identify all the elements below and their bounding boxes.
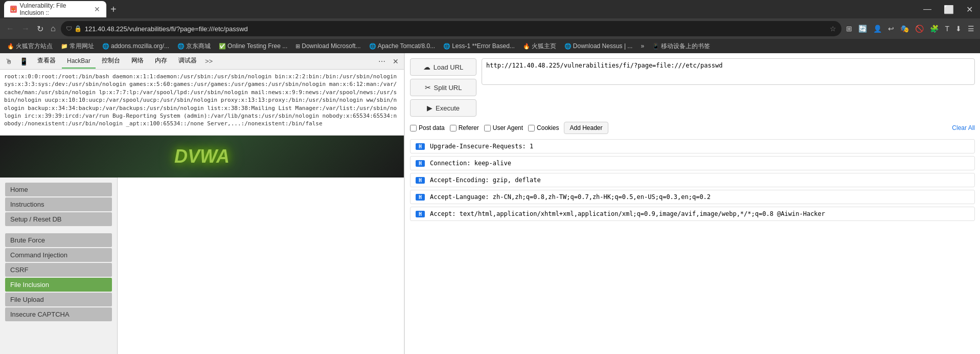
url-textarea[interactable]: http://121.40.48.225/vulnerabilities/fi/… [482, 58, 975, 85]
bookmark-label: 火狐主页 [532, 42, 556, 51]
tab-console[interactable]: 控制台 [97, 53, 125, 69]
sidebar-item-instructions[interactable]: Instructions [5, 197, 112, 211]
bookmark-label: addons.mozilla.org/... [111, 42, 169, 50]
maximize-btn[interactable]: ⬜ [941, 4, 957, 15]
container-icon[interactable]: 🎭 [899, 23, 910, 34]
referer-option[interactable]: Referer [450, 124, 479, 131]
sidebar-item-brute-force[interactable]: Brute Force [5, 233, 112, 247]
back-btn[interactable]: ← [4, 22, 16, 35]
devtools-close-btn[interactable]: ✕ [390, 55, 402, 68]
bookmark-nessus[interactable]: 🌐 Download Nessus | ... [561, 41, 636, 51]
post-data-checkbox[interactable] [410, 125, 417, 131]
execute-icon: ▶ [427, 104, 432, 112]
split-url-label: Split URL [434, 84, 462, 92]
file-content-display: root:x:0:0:root:/root:/bin/bash daemon:x… [0, 70, 404, 136]
hackbar-url-area: http://121.40.48.225/vulnerabilities/fi/… [482, 58, 975, 117]
history-icon[interactable]: ↩ [886, 23, 896, 34]
cookies-option[interactable]: Cookies [528, 124, 559, 131]
addon-icon[interactable]: 🧩 [928, 23, 940, 34]
address-right-icons: ☆ [830, 25, 836, 33]
browser-content: 🖱 📱 查看器 HackBar 控制台 网络 内存 调试器 >> ⋯ ✕ roo… [0, 53, 404, 354]
bookmark-label: 火狐官方站点 [16, 42, 53, 51]
dvwa-body: Home Instructions Setup / Reset DB Brute… [0, 178, 404, 354]
header-row-accept: H Accept: text/html,application/xhtml+xm… [410, 207, 975, 221]
more-tabs-btn[interactable]: >> [205, 57, 213, 65]
post-data-option[interactable]: Post data [410, 124, 445, 131]
title-bar: 🦊 Vulnerability: File Inclusion :: ✕ + —… [0, 0, 980, 18]
bookmark-icon: 🌐 [177, 43, 185, 50]
bookmark-mobile[interactable]: 📱 移动设备上的书签 [649, 41, 713, 52]
extensions-icon[interactable]: ⊞ [845, 23, 854, 34]
user-agent-option[interactable]: User Agent [484, 124, 523, 131]
execute-button[interactable]: ▶ Execute [410, 99, 476, 117]
mobile-icon: 📱 [652, 43, 659, 50]
tab-hackbar[interactable]: HackBar [62, 54, 96, 69]
bookmark-sqli[interactable]: 🌐 Less-1 **Error Based... [440, 41, 518, 51]
sidebar-item-insecure-captcha[interactable]: Insecure CAPTCHA [5, 307, 112, 321]
devtools-more-btn[interactable]: ⋯ [375, 55, 389, 68]
header-row-upgrade: H Upgrade-Insecure-Requests: 1 [410, 139, 975, 153]
header-accept-text: Accept: text/html,application/xhtml+xml,… [430, 210, 969, 217]
close-btn[interactable]: ✕ [963, 4, 976, 15]
download-icon[interactable]: ⬇ [954, 23, 963, 34]
bookmark-addons[interactable]: 🌐 addons.mozilla.org/... [99, 41, 172, 51]
header-upgrade-text: Upgrade-Insecure-Requests: 1 [430, 143, 969, 150]
new-tab-btn[interactable]: + [106, 4, 121, 15]
refresh-btn[interactable]: ↻ [35, 22, 45, 36]
devtools-inspect-btn[interactable]: 🖱 [2, 55, 15, 68]
bookmark-common[interactable]: 📁 常用网址 [58, 41, 97, 52]
sidebar-item-home[interactable]: Home [5, 183, 112, 196]
bookmark-icon: 🌐 [102, 43, 109, 50]
add-header-button[interactable]: Add Header [564, 122, 608, 134]
sync-icon[interactable]: 🔄 [857, 23, 869, 34]
hackbar-content: ☁ Load URL ✂ Split URL ▶ Execute http://… [405, 53, 980, 354]
bookmark-tomcat[interactable]: 🌐 Apache Tomcat/8.0... [366, 41, 439, 51]
bookmark-foxhome[interactable]: 🔥 火狐主页 [520, 41, 559, 52]
header-row-language: H Accept-Language: zh-CN,zh;q=0.8,zh-TW;… [410, 190, 975, 204]
bookmark-icon: 🔥 [523, 43, 530, 50]
profile-icon[interactable]: 👤 [872, 23, 883, 34]
sidebar-item-setup[interactable]: Setup / Reset DB [5, 212, 112, 226]
bookmark-more[interactable]: » [637, 41, 647, 51]
bookmark-foxofficial[interactable]: 🔥 火狐官方站点 [4, 41, 56, 52]
bookmark-testing[interactable]: ✅ Online Testing Free ... [216, 41, 290, 51]
bookmark-icon: 🌐 [564, 43, 572, 50]
forward-btn[interactable]: → [19, 22, 32, 35]
bookmark-label: 京东商城 [186, 42, 211, 51]
load-url-button[interactable]: ☁ Load URL [410, 58, 476, 76]
clear-all-button[interactable]: Clear All [952, 124, 975, 131]
block-icon[interactable]: 🚫 [914, 23, 925, 34]
bookmark-star-icon[interactable]: ☆ [830, 25, 836, 33]
address-bar-row: ← → ↻ ⌂ 🛡 🔒 ☆ ⊞ 🔄 👤 ↩ 🎭 🚫 🧩 T ⬇ ☰ [0, 18, 980, 39]
minimize-btn[interactable]: — [920, 4, 935, 15]
bookmark-microsoft[interactable]: ⊞ Download Microsoft... [292, 41, 363, 51]
dvwa-logo: DVWA [174, 146, 230, 167]
address-input[interactable] [85, 25, 830, 33]
user-agent-checkbox[interactable] [484, 125, 491, 131]
tab-network[interactable]: 网络 [126, 53, 149, 69]
tab-debugger[interactable]: 调试器 [173, 53, 202, 69]
bookmark-icon: 📁 [61, 43, 68, 50]
tab-memory[interactable]: 内存 [150, 53, 172, 69]
dvwa-logo-text: DVWA [174, 146, 230, 167]
browser-toolbar-right: ⊞ 🔄 👤 ↩ 🎭 🚫 🧩 T ⬇ ☰ [845, 23, 976, 34]
cookies-checkbox[interactable] [528, 125, 535, 131]
menu-icon[interactable]: ☰ [966, 23, 976, 34]
sidebar-item-file-upload[interactable]: File Upload [5, 293, 112, 306]
referer-checkbox[interactable] [450, 125, 457, 131]
home-btn[interactable]: ⌂ [49, 22, 58, 35]
tab-viewer[interactable]: 查看器 [32, 53, 61, 69]
browser-tab[interactable]: 🦊 Vulnerability: File Inclusion :: ✕ [4, 1, 106, 17]
sidebar-item-command-injection[interactable]: Command Injection [5, 248, 112, 262]
split-url-button[interactable]: ✂ Split URL [410, 79, 476, 96]
sidebar-item-csrf[interactable]: CSRF [5, 263, 112, 277]
devtools-mobile-btn[interactable]: 📱 [16, 55, 31, 68]
tab-close-btn[interactable]: ✕ [94, 5, 100, 13]
split-url-icon: ✂ [425, 83, 431, 92]
load-url-icon: ☁ [423, 63, 430, 71]
translate-icon[interactable]: T [943, 23, 951, 34]
sidebar-item-file-inclusion[interactable]: File Inclusion [5, 278, 112, 292]
window-controls: — ⬜ ✕ [920, 4, 976, 15]
bookmark-label: 移动设备上的书签 [661, 42, 710, 51]
bookmark-jd[interactable]: 🌐 京东商城 [174, 41, 214, 52]
